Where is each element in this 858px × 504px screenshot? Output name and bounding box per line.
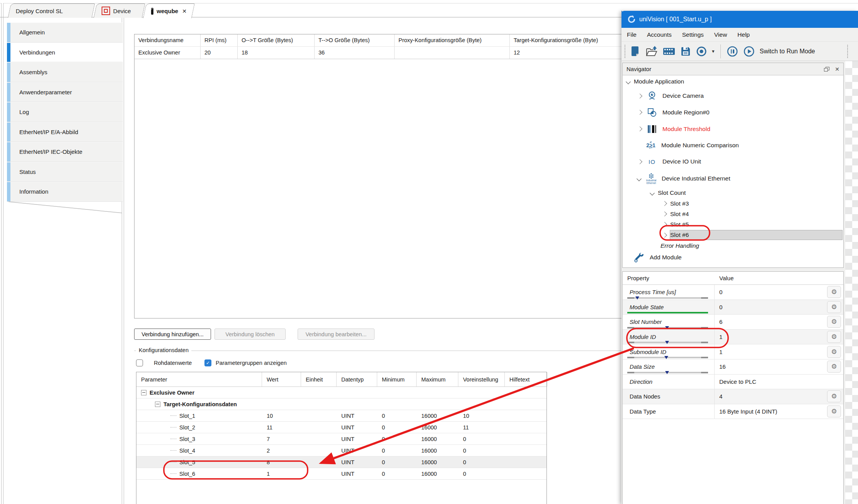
new-project-icon[interactable]	[630, 46, 640, 57]
chevron-right-icon[interactable]	[637, 110, 642, 115]
chevron-down-icon[interactable]	[650, 191, 655, 196]
add-connection-button[interactable]: Verbindung hinzufügen...	[134, 329, 211, 340]
tree-item-error-handling[interactable]: Error Handling	[623, 240, 843, 251]
column-header[interactable]: Datentyp	[337, 372, 377, 387]
property-settings-button[interactable]: ⚙	[827, 286, 841, 298]
tree-item-module-region[interactable]: Module Region#0	[623, 104, 843, 121]
column-header[interactable]: Proxy-Konfigurationsgröße (Byte)	[395, 34, 510, 46]
open-project-icon[interactable]	[645, 46, 658, 57]
record-dropdown-caret-icon[interactable]: ▾	[712, 48, 715, 54]
table-row-slot-5[interactable]: Slot_5 8UINT0160000	[136, 456, 546, 468]
close-panel-icon[interactable]: ✕	[835, 66, 839, 72]
parametergruppen-checkbox[interactable]: ✓	[204, 359, 211, 366]
property-settings-button[interactable]: ⚙	[827, 331, 841, 343]
column-header[interactable]: T-->O Größe (Bytes)	[315, 34, 395, 46]
property-row-process-time[interactable]: Process Time [us] 0 ⚙	[623, 285, 843, 300]
rohdatenwerte-checkbox[interactable]	[136, 359, 143, 366]
collapse-minus-icon[interactable]	[141, 390, 146, 395]
column-header[interactable]: Verbindungsname	[134, 34, 201, 46]
tree-item-slot-5[interactable]: Slot #5	[623, 219, 843, 230]
tree-item-module-threshold[interactable]: Module Threshold	[623, 121, 843, 137]
pause-mode-icon[interactable]	[727, 46, 738, 57]
film-strip-icon[interactable]	[663, 46, 675, 56]
menu-accounts[interactable]: Accounts	[647, 31, 672, 38]
tree-item-module-application[interactable]: Module Application	[623, 75, 843, 88]
save-icon[interactable]	[680, 46, 691, 57]
table-row-target-konfigurationsdaten[interactable]: Target-Konfigurationsdaten	[136, 398, 546, 410]
float-panel-icon[interactable]	[824, 67, 829, 72]
sidebar-item-ethernetip-iec-objekte[interactable]: EtherNet/IP IEC-Objekte	[7, 142, 123, 162]
tree-item-slot-count[interactable]: Slot Count	[623, 187, 843, 198]
property-settings-button[interactable]: ⚙	[827, 316, 841, 328]
menu-file[interactable]: File	[627, 31, 637, 38]
chevron-right-icon[interactable]	[637, 126, 642, 131]
property-settings-button[interactable]: ⚙	[827, 390, 841, 402]
tab-deploy-control-sl[interactable]: Deploy Control SL	[8, 3, 95, 18]
column-header[interactable]: Einheit	[301, 372, 337, 387]
property-settings-button[interactable]: ⚙	[827, 346, 841, 358]
tab-weqube[interactable]: weqube ✕	[143, 3, 195, 18]
sidebar-item-status[interactable]: Status	[7, 162, 123, 182]
sidebar-item-verbindungen[interactable]: Verbindungen	[7, 43, 123, 63]
column-header[interactable]: Parameter	[136, 372, 262, 387]
tree-item-device-industrial-ethernet[interactable]: IndustrialEthernet Device Industrial Eth…	[623, 170, 843, 187]
tree-item-slot-6-selected[interactable]: Slot #6	[623, 230, 843, 240]
chevron-down-icon[interactable]	[626, 79, 631, 84]
chevron-right-icon[interactable]	[637, 94, 642, 99]
property-row-submodule-id[interactable]: Submodule ID 1 ⚙	[623, 344, 843, 359]
column-header[interactable]: Target-Konfigurationsgröße (Byte)	[510, 34, 625, 46]
tree-item-device-camera[interactable]: Device Camera	[623, 88, 843, 104]
property-row-data-type[interactable]: Data Type 16 Byte Input (4 DINT) ⚙	[623, 404, 843, 419]
table-row-slot-3[interactable]: Slot_3 7UINT0160000	[136, 433, 546, 445]
table-row-slot-1[interactable]: Slot_1 10UINT01600010	[136, 410, 546, 422]
sidebar-item-allgemein[interactable]: Allgemein	[7, 22, 123, 43]
toolbar-drag-handle[interactable]	[847, 45, 848, 58]
property-row-module-id[interactable]: Module ID 1 ⚙	[623, 330, 843, 345]
tree-item-device-io-unit[interactable]: IO Device IO Unit	[623, 153, 843, 170]
column-header[interactable]: Voreinstellung	[458, 372, 505, 387]
column-header[interactable]: O-->T Größe (Bytes)	[238, 34, 315, 46]
property-row-module-state[interactable]: Module State 0 ⚙	[623, 300, 843, 315]
property-row-slot-number[interactable]: Slot Number 6 ⚙	[623, 315, 843, 330]
run-mode-icon[interactable]	[743, 46, 755, 57]
tree-item-slot-4[interactable]: Slot #4	[623, 209, 843, 219]
property-settings-button[interactable]: ⚙	[827, 405, 841, 417]
column-header[interactable]: Wert	[262, 372, 301, 387]
sidebar-item-anwenderparameter[interactable]: Anwenderparameter	[7, 82, 123, 102]
switch-run-mode-label[interactable]: Switch to Run Mode	[760, 48, 815, 55]
table-row-slot-4[interactable]: Slot_4 2UINT0160000	[136, 445, 546, 456]
menu-settings[interactable]: Settings	[682, 31, 704, 38]
sidebar-item-assemblys[interactable]: Assemblys	[7, 62, 123, 82]
chevron-right-icon[interactable]	[637, 159, 642, 164]
chevron-down-icon[interactable]	[637, 176, 642, 181]
property-row-data-nodes[interactable]: Data Nodes 4 ⚙	[623, 389, 843, 404]
table-row-slot-2[interactable]: Slot_2 11UINT01600011	[136, 422, 546, 433]
collapse-minus-icon[interactable]	[155, 402, 160, 407]
delete-connection-button[interactable]: Verbindung löschen	[214, 329, 286, 340]
table-row-exclusive-owner[interactable]: Exclusive Owner	[136, 387, 546, 398]
tab-device[interactable]: Device	[94, 3, 145, 18]
chevron-right-icon[interactable]	[662, 233, 667, 238]
property-settings-button[interactable]: ⚙	[827, 301, 841, 313]
chevron-right-icon[interactable]	[662, 222, 667, 227]
tree-item-add-module[interactable]: Add Module	[623, 251, 843, 264]
tree-item-module-numeric-comparison[interactable]: <2>1!= Module Numeric Comparison	[623, 137, 843, 153]
menu-help[interactable]: Help	[737, 31, 750, 38]
table-row-slot-6[interactable]: Slot_6 1UINT0160000	[136, 468, 546, 480]
tree-item-slot-3[interactable]: Slot #3	[623, 198, 843, 209]
close-tab-icon[interactable]: ✕	[182, 8, 187, 14]
record-icon[interactable]	[696, 46, 707, 57]
table-row[interactable]: Exclusive Owner 20 18 36 12	[134, 47, 625, 59]
property-settings-button[interactable]: ⚙	[827, 361, 841, 373]
sidebar-item-information[interactable]: Information	[7, 182, 123, 202]
chevron-right-icon[interactable]	[662, 211, 667, 216]
column-header[interactable]: RPI (ms)	[201, 34, 238, 46]
property-row-data-size[interactable]: Data Size 16 ⚙	[623, 359, 843, 375]
column-header[interactable]: Hilfetext	[505, 372, 547, 387]
column-header[interactable]: Minimum	[377, 372, 417, 387]
menu-view[interactable]: View	[714, 31, 727, 38]
property-row-direction[interactable]: Direction Device to PLC	[623, 375, 843, 390]
sidebar-item-ethernetip-ea-abbild[interactable]: EtherNet/IP E/A-Abbild	[7, 122, 123, 142]
univision-titlebar[interactable]: uniVision [ 001_Start.u_p ]	[621, 11, 858, 28]
chevron-right-icon[interactable]	[662, 201, 667, 206]
